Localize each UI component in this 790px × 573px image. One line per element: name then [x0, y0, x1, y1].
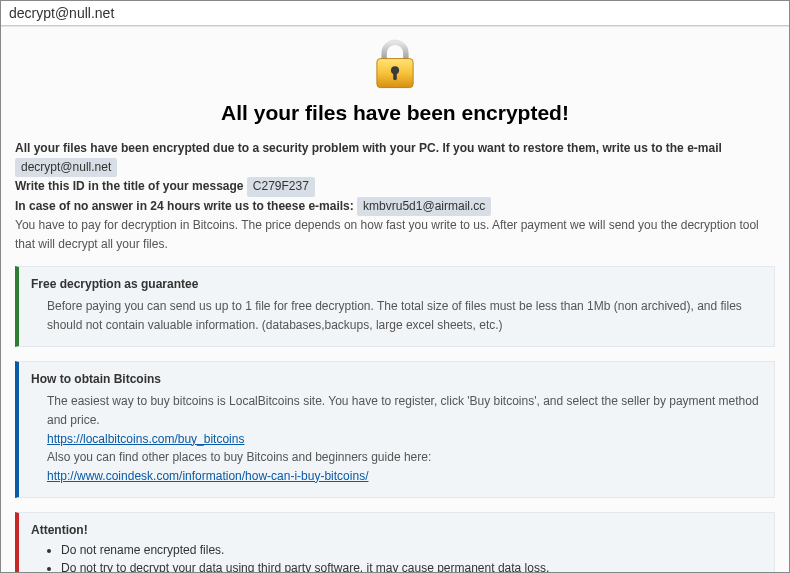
line-1-text: All your files have been encrypted due t…: [15, 141, 722, 155]
line-4: You have to pay for decryption in Bitcoi…: [15, 216, 775, 254]
line-2: Write this ID in the title of your messa…: [15, 177, 775, 196]
panel-btc-text-2: Also you can find other places to buy Bi…: [47, 448, 762, 467]
window-titlebar: decrypt@null.net: [1, 1, 789, 26]
panel-btc-body: The easiest way to buy bitcoins is Local…: [31, 392, 762, 485]
panel-attention-title: Attention!: [31, 523, 762, 537]
panel-btc-text-1: The easiest way to buy bitcoins is Local…: [47, 392, 762, 429]
panel-how-to-obtain: How to obtain Bitcoins The easiest way t…: [15, 361, 775, 498]
id-pill: C279F237: [247, 177, 315, 196]
primary-email-pill: decrypt@null.net: [15, 158, 117, 177]
content-scroll[interactable]: All your files have been encrypted! All …: [1, 26, 789, 573]
panel-free-title: Free decryption as guarantee: [31, 277, 762, 291]
link-localbitcoins[interactable]: https://localbitcoins.com/buy_bitcoins: [47, 432, 244, 446]
link-coindesk[interactable]: http://www.coindesk.com/information/how-…: [47, 469, 368, 483]
window-title: decrypt@null.net: [9, 5, 114, 21]
attention-list: Do not rename encrypted files. Do not tr…: [31, 543, 762, 573]
line-3-text: In case of no answer in 24 hours write u…: [15, 199, 357, 213]
attention-item-1: Do not rename encrypted files.: [61, 543, 762, 557]
attention-item-2: Do not try to decrypt your data using th…: [61, 561, 762, 573]
panel-attention: Attention! Do not rename encrypted files…: [15, 512, 775, 573]
secondary-email-pill: kmbvru5d1@airmail.cc: [357, 197, 491, 216]
panel-free-body: Before paying you can send us up to 1 fi…: [31, 297, 762, 334]
intro-lines: All your files have been encrypted due t…: [15, 139, 775, 254]
lock-wrap: [15, 35, 775, 97]
panel-free-decryption: Free decryption as guarantee Before payi…: [15, 266, 775, 347]
content: All your files have been encrypted! All …: [1, 27, 789, 573]
line-1: All your files have been encrypted due t…: [15, 139, 775, 177]
svg-rect-2: [393, 71, 397, 80]
line-2-text: Write this ID in the title of your messa…: [15, 179, 247, 193]
lock-icon: [366, 35, 424, 97]
panel-btc-title: How to obtain Bitcoins: [31, 372, 762, 386]
line-3: In case of no answer in 24 hours write u…: [15, 197, 775, 216]
page-title: All your files have been encrypted!: [15, 101, 775, 125]
